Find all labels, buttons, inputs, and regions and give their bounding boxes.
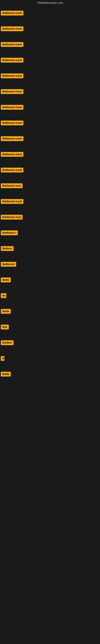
bottleneck-badge[interactable]: Bottle bbox=[1, 372, 11, 376]
bottleneck-badge[interactable]: Bottleneck result bbox=[1, 89, 23, 94]
result-row: Bottle bbox=[0, 366, 100, 382]
result-row: Bottleneck result bbox=[0, 131, 100, 146]
result-row: Bottleneck result bbox=[0, 21, 100, 37]
result-row: B bbox=[0, 350, 100, 366]
result-row: Bottleneck result bbox=[0, 162, 100, 178]
bottleneck-badge[interactable]: Bottleneck result bbox=[1, 120, 23, 126]
result-row: Bottleneck result bbox=[0, 5, 100, 21]
result-row: Bottlene bbox=[0, 241, 100, 256]
bottleneck-badge[interactable]: Bottleneck result bbox=[1, 199, 23, 204]
result-row: Bottleneck result bbox=[0, 37, 100, 52]
bottleneck-badge[interactable]: Bottleneck r bbox=[1, 230, 18, 235]
bottleneck-badge[interactable]: Bottle bbox=[1, 309, 11, 314]
page-wrapper: TheBottlenecker.com Bottleneck resultBot… bbox=[0, 0, 100, 644]
bottleneck-badge[interactable]: Bottleneck result bbox=[1, 11, 23, 16]
bottleneck-badge[interactable]: Bottleneck result bbox=[1, 42, 23, 47]
bottleneck-badge[interactable]: Bottleneck result bbox=[1, 58, 23, 62]
result-row: Bottleneck result bbox=[0, 52, 100, 68]
bottleneck-badge[interactable]: Bottleneck resul bbox=[1, 215, 23, 220]
result-row: Bottle bbox=[0, 272, 100, 288]
site-title: TheBottlenecker.com bbox=[0, 0, 100, 5]
bottleneck-badge[interactable]: Bottleneck result bbox=[1, 26, 23, 31]
result-row: Bottleneck r bbox=[0, 225, 100, 241]
bottleneck-badge[interactable]: Bottleneck result bbox=[1, 74, 23, 78]
bottleneck-badge[interactable]: Bottleneck result bbox=[1, 136, 23, 141]
result-row: Bottleneck result bbox=[0, 194, 100, 209]
result-row: Bottleneck result bbox=[0, 100, 100, 115]
result-row: Bottleneck result bbox=[0, 84, 100, 100]
bottleneck-badge[interactable]: Bottlene bbox=[1, 246, 14, 251]
bottleneck-badge[interactable]: Bottleneck resul bbox=[1, 183, 23, 188]
result-row: Bo bbox=[0, 288, 100, 304]
bottleneck-badge[interactable]: B bbox=[1, 356, 4, 361]
result-row: Bottlene bbox=[0, 335, 100, 350]
result-row: Bott bbox=[0, 319, 100, 335]
bottleneck-badge[interactable]: Bo bbox=[1, 293, 6, 298]
bottleneck-badge[interactable]: Bottle bbox=[1, 278, 11, 282]
result-row: Bottleneck result bbox=[0, 146, 100, 162]
bottleneck-badge[interactable]: Bottleneck result bbox=[1, 168, 23, 172]
bottleneck-badge[interactable]: Bottleneck result bbox=[1, 105, 23, 110]
bottleneck-badge[interactable]: Bottleneck bbox=[1, 262, 16, 267]
bottleneck-badge[interactable]: Bottleneck result bbox=[1, 152, 23, 157]
bottleneck-badge[interactable]: Bott bbox=[1, 324, 9, 330]
result-row: Bottleneck result bbox=[0, 115, 100, 131]
result-row: Bottleneck resul bbox=[0, 209, 100, 225]
result-row: Bottle bbox=[0, 304, 100, 319]
result-row: Bottleneck result bbox=[0, 68, 100, 84]
result-row: Bottleneck bbox=[0, 256, 100, 272]
result-row: Bottleneck resul bbox=[0, 178, 100, 194]
bottleneck-badge[interactable]: Bottlene bbox=[1, 340, 14, 345]
results-container: Bottleneck resultBottleneck resultBottle… bbox=[0, 5, 100, 382]
